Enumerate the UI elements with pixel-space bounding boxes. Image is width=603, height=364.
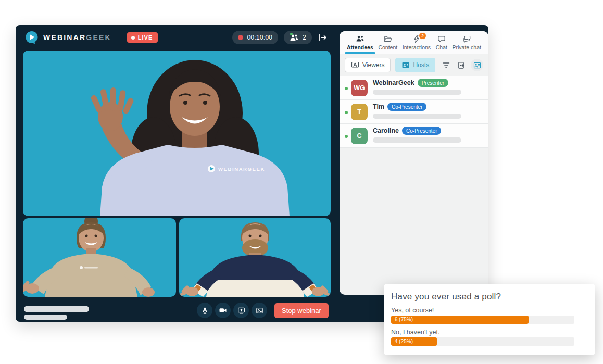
- filter-icon[interactable]: [442, 60, 451, 70]
- topbar: WEBINARGEEK LIVE 00:10:00: [16, 25, 331, 50]
- image-icon[interactable]: [252, 303, 267, 318]
- microphone-icon[interactable]: [197, 303, 212, 318]
- webinar-window: WEBINARGEEK LIVE 00:10:00: [16, 25, 488, 322]
- attendee-filter-row: Viewers Hosts: [340, 54, 488, 76]
- attendee-count: 2: [303, 34, 306, 41]
- recording-timer: 00:10:00: [232, 31, 278, 44]
- interactions-badge: 2: [419, 32, 426, 40]
- viewers-label: Viewers: [362, 61, 384, 69]
- live-label: LIVE: [138, 34, 153, 41]
- main-presenter-illustration: WEBINARGEEK: [23, 51, 331, 216]
- sidebar-panel: Attendees Content: [340, 31, 488, 295]
- topbar-status: 00:10:00 2: [232, 25, 327, 50]
- tab-attendees[interactable]: Attendees: [345, 31, 375, 54]
- double-chat-bubble-icon: [462, 35, 471, 43]
- lightning-icon: 2: [412, 35, 421, 43]
- poll-results-popup: Have you ever used a poll? Yes, of cours…: [384, 284, 595, 355]
- poll-bar-track: 4 (25%): [391, 337, 574, 346]
- poll-option-label: No, I haven't yet.: [391, 329, 588, 336]
- stop-webinar-button[interactable]: Stop webinar: [274, 303, 329, 318]
- tab-label: Interactions: [403, 44, 431, 51]
- tab-label: Private chat: [453, 44, 481, 51]
- tab-label: Content: [378, 44, 397, 51]
- control-bar: Stop webinar: [23, 299, 331, 322]
- attendee-counter: 2: [284, 31, 312, 44]
- placeholder-bar: [24, 315, 67, 320]
- tab-chat[interactable]: Chat: [434, 31, 449, 54]
- viewers-icon: [351, 61, 359, 69]
- contact-card-icon[interactable]: [471, 59, 483, 71]
- tab-label: Chat: [436, 44, 447, 51]
- tab-label: Attendees: [347, 44, 373, 51]
- page: WEBINARGEEK LIVE 00:10:00: [0, 0, 603, 364]
- attendee-toolbar: [442, 59, 483, 71]
- tab-content[interactable]: Content: [376, 31, 399, 54]
- viewers-filter-button[interactable]: Viewers: [345, 58, 391, 72]
- panel-eye-icon[interactable]: [456, 60, 466, 70]
- role-badge: Presenter: [418, 79, 448, 87]
- main-video-tile: WEBINARGEEK: [23, 51, 331, 216]
- co-presenter-right-illustration: [179, 218, 331, 297]
- host-row-caroline[interactable]: C Caroline Co-Presenter: [340, 124, 488, 148]
- host-name: Tim: [373, 103, 384, 110]
- poll-option: Yes, of course! 6 (75%): [391, 307, 588, 324]
- online-status-dot: [345, 87, 348, 90]
- host-name: Caroline: [373, 127, 399, 134]
- video-column: WEBINARGEEK LIVE 00:10:00: [23, 25, 331, 322]
- folder-icon: [384, 35, 392, 43]
- people-count-icon: [290, 34, 299, 41]
- leave-exit-icon[interactable]: [318, 33, 327, 42]
- live-badge: LIVE: [127, 32, 158, 43]
- tab-private-chat[interactable]: Private chat: [450, 31, 483, 54]
- hosts-filter-button[interactable]: Hosts: [395, 58, 435, 72]
- avatar: C: [351, 128, 368, 144]
- timer-value: 00:10:00: [247, 34, 272, 41]
- online-status-dot: [345, 111, 348, 114]
- co-presenter-video-tile-left: [23, 218, 176, 297]
- people-group-icon: [356, 35, 365, 43]
- co-presenter-video-tile-right: [179, 218, 331, 297]
- live-dot-icon: [131, 36, 135, 40]
- online-status-dot: [345, 135, 348, 138]
- poll-option-label: Yes, of course!: [391, 307, 588, 314]
- placeholder-bar: [24, 306, 89, 312]
- hosts-icon: [401, 61, 410, 69]
- brand-name: WEBINARGEEK: [43, 33, 111, 42]
- brand: WEBINARGEEK: [25, 31, 111, 44]
- sidebar-tabs: Attendees Content: [340, 31, 488, 54]
- camera-icon[interactable]: [215, 303, 231, 318]
- host-name: WebinarGeek: [373, 79, 414, 86]
- screen-share-icon[interactable]: [233, 303, 249, 318]
- avatar: T: [351, 104, 368, 120]
- host-row-webinargeek[interactable]: WG WebinarGeek Presenter: [340, 76, 488, 100]
- poll-question: Have you ever used a poll?: [391, 292, 588, 302]
- role-badge: Co-Presenter: [402, 127, 441, 135]
- hosts-label: Hosts: [413, 61, 429, 69]
- avatar: WG: [351, 80, 368, 96]
- host-row-tim[interactable]: T Tim Co-Presenter: [340, 100, 488, 124]
- poll-option: No, I haven't yet. 4 (25%): [391, 329, 588, 346]
- chat-bubble-icon: [437, 35, 446, 43]
- poll-bar-fill: 4 (25%): [391, 337, 437, 346]
- co-presenter-left-illustration: [23, 218, 176, 297]
- webinargeek-logo-icon: [25, 31, 39, 44]
- record-dot-icon: [238, 35, 243, 40]
- host-detail-placeholder: [373, 114, 461, 119]
- webinar-title-placeholder: [24, 306, 89, 320]
- host-detail-placeholder: [373, 137, 461, 143]
- role-badge: Co-Presenter: [387, 103, 426, 111]
- poll-bar-track: 6 (75%): [391, 316, 574, 324]
- media-controls: Stop webinar: [197, 303, 329, 318]
- host-detail-placeholder: [373, 90, 461, 95]
- host-list: WG WebinarGeek Presenter T Tim: [340, 76, 488, 148]
- svg-text:WEBINARGEEK: WEBINARGEEK: [218, 166, 265, 172]
- tab-interactions[interactable]: 2 Interactions: [400, 31, 433, 54]
- poll-bar-fill: 6 (75%): [391, 316, 529, 324]
